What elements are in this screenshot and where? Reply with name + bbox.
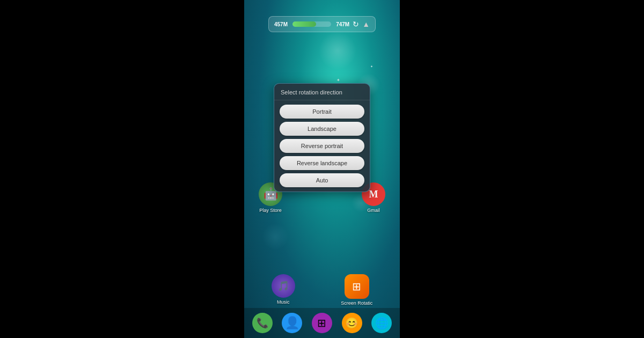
- dock-apps-button[interactable]: ⊞: [312, 313, 332, 333]
- star-decoration-2: ✦: [370, 64, 373, 68]
- star-decoration: ✦: [336, 78, 340, 83]
- memory-used: 457M: [274, 21, 289, 27]
- reverse-portrait-button[interactable]: Reverse portrait: [280, 139, 364, 153]
- screen-rotation-icon: ⊞: [345, 274, 369, 299]
- dock-contacts-button[interactable]: 👤: [282, 313, 302, 333]
- reverse-landscape-button[interactable]: Reverse landscape: [280, 156, 364, 170]
- memory-bar: 457M 747M ↻ ▲: [268, 16, 376, 32]
- screen-rotation-label: Screen Rotatic: [341, 300, 372, 306]
- dock-messages-button[interactable]: 😊: [342, 313, 362, 333]
- landscape-button[interactable]: Landscape: [280, 122, 364, 136]
- rotation-dialog: Select rotation direction Portrait Lands…: [274, 83, 370, 192]
- memory-total: 747M: [334, 21, 349, 27]
- gmail-label: Gmail: [367, 208, 380, 213]
- dock-browser-button[interactable]: 🌐: [371, 313, 392, 333]
- dock-bar: 📞 👤 ⊞ 😊 🌐: [244, 308, 400, 338]
- music-label: Music: [277, 299, 290, 305]
- refresh-icon[interactable]: ↻: [353, 20, 359, 28]
- screen-rotation-app[interactable]: ⊞ Screen Rotatic: [341, 274, 372, 306]
- music-app[interactable]: 🎵 Music: [272, 274, 295, 306]
- music-icon: 🎵: [272, 274, 295, 298]
- auto-button[interactable]: Auto: [280, 173, 364, 187]
- phone-screen: ✦ ✦ 457M 747M ↻ ▲ Select rotation direct…: [244, 0, 400, 338]
- memory-bar-fill: [292, 21, 316, 27]
- bottom-apps-row: 🎵 Music ⊞ Screen Rotatic: [244, 274, 400, 306]
- dialog-options: Portrait Landscape Reverse portrait Reve…: [274, 100, 370, 192]
- boost-icon[interactable]: ▲: [362, 20, 370, 28]
- dialog-title: Select rotation direction: [274, 84, 370, 100]
- dock-phone-button[interactable]: 📞: [252, 313, 273, 333]
- memory-progress-bar: [292, 21, 331, 27]
- play-store-label: Play Store: [259, 208, 282, 213]
- portrait-button[interactable]: Portrait: [280, 105, 364, 119]
